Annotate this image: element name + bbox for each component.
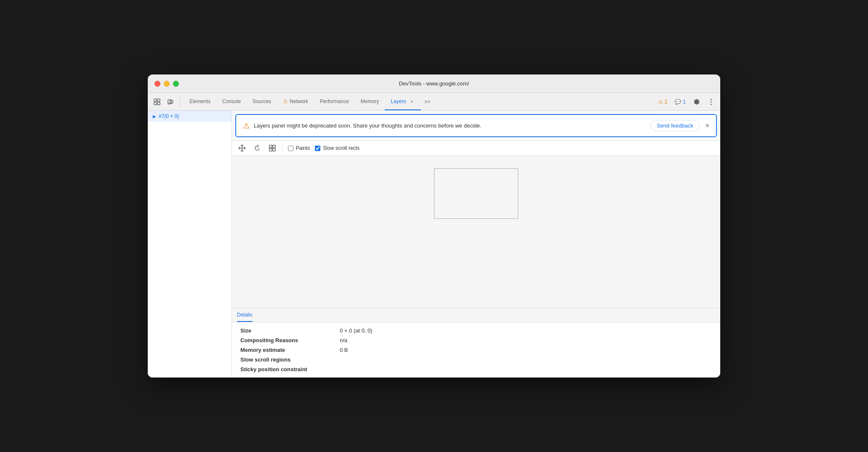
tab-performance[interactable]: Performance: [314, 93, 355, 110]
titlebar: DevTools - www.google.com/: [148, 74, 720, 93]
arrow-icon: ▶: [153, 114, 156, 119]
banner-message: Layers panel might be deprecated soon. S…: [254, 122, 646, 129]
svg-rect-13: [273, 149, 275, 151]
window-title: DevTools - www.google.com/: [399, 80, 469, 87]
size-value: 0 × 0 (at 0, 0): [340, 327, 712, 334]
tab-network[interactable]: ⚠ Network: [277, 93, 314, 110]
more-options-icon[interactable]: [705, 96, 717, 108]
controls-bar: Paints Slow scroll rects: [232, 141, 720, 156]
separator: [282, 144, 283, 152]
sticky-position-label: Sticky position constraint: [240, 366, 333, 372]
slow-scroll-label: Slow scroll rects: [323, 145, 359, 151]
compositing-label: Compositing Reasons: [240, 337, 333, 343]
svg-rect-11: [273, 145, 275, 148]
traffic-lights: [154, 81, 179, 87]
details-tabs: Details: [232, 308, 720, 322]
details-section: Details Size 0 × 0 (at 0, 0) Compositing…: [232, 308, 720, 378]
tab-console[interactable]: Console: [216, 93, 247, 110]
toolbar-right: ⚠ 2 💬 1: [656, 96, 717, 108]
body-content: ▶ #7(0 × 0) ⚠ Layers panel might be depr…: [148, 111, 720, 378]
more-tabs-button[interactable]: >>: [421, 93, 434, 110]
toolbar-icons: [151, 96, 180, 108]
maximize-button[interactable]: [173, 81, 179, 87]
toolbar: Elements Console Sources ⚠ Network Perfo…: [148, 93, 720, 111]
banner-close-icon[interactable]: ×: [706, 122, 709, 130]
settings-icon[interactable]: [691, 96, 703, 108]
size-label: Size: [240, 327, 333, 334]
svg-rect-12: [269, 149, 272, 151]
info-badge[interactable]: 💬 1: [672, 97, 688, 106]
warning-badge[interactable]: ⚠ 2: [656, 97, 670, 106]
info-count: 1: [683, 99, 686, 105]
reset-icon[interactable]: [267, 143, 277, 153]
details-tab[interactable]: Details: [237, 308, 253, 322]
memory-value: 0 B: [340, 347, 712, 353]
slow-scroll-regions-label: Slow scroll regions: [240, 356, 333, 363]
minimize-button[interactable]: [164, 81, 170, 87]
sidebar: ▶ #7(0 × 0): [148, 111, 232, 378]
main-panel: ⚠ Layers panel might be deprecated soon.…: [232, 111, 720, 378]
layer-visualization: [434, 168, 518, 219]
svg-rect-3: [157, 102, 160, 105]
warning-count: 2: [665, 99, 668, 105]
devtools-container: Elements Console Sources ⚠ Network Perfo…: [148, 93, 720, 378]
paints-label: Paints: [296, 145, 310, 151]
pan-icon[interactable]: [237, 143, 247, 153]
paints-checkbox[interactable]: [288, 146, 293, 151]
svg-point-7: [711, 98, 712, 100]
devtools-window: DevTools - www.google.com/: [148, 74, 720, 378]
info-icon: 💬: [675, 99, 681, 105]
sidebar-item-layer[interactable]: ▶ #7(0 × 0): [148, 111, 232, 122]
slow-scroll-checkbox-group[interactable]: Slow scroll rects: [315, 145, 359, 151]
slow-scroll-checkbox[interactable]: [315, 146, 320, 151]
send-feedback-button[interactable]: Send feedback: [650, 120, 700, 131]
svg-rect-2: [154, 102, 157, 105]
rotate-icon[interactable]: [252, 143, 262, 153]
close-button[interactable]: [154, 81, 160, 87]
svg-point-9: [711, 104, 712, 105]
paints-checkbox-group[interactable]: Paints: [288, 145, 310, 151]
svg-rect-1: [157, 99, 160, 101]
tab-layers-close[interactable]: ×: [408, 98, 415, 105]
canvas-area: [232, 156, 720, 308]
details-grid: Size 0 × 0 (at 0, 0) Compositing Reasons…: [232, 322, 720, 378]
banner-warning-icon: ⚠: [243, 121, 250, 130]
svg-point-8: [711, 101, 712, 102]
svg-rect-0: [154, 99, 157, 101]
tab-elements[interactable]: Elements: [184, 93, 216, 110]
compositing-value: n/a: [340, 337, 712, 343]
network-warning-icon: ⚠: [283, 98, 288, 104]
sidebar-item-label: #7(0 × 0): [159, 113, 179, 119]
sticky-position-value: [340, 366, 712, 372]
inspect-icon[interactable]: [151, 96, 163, 108]
tab-memory[interactable]: Memory: [355, 93, 385, 110]
slow-scroll-regions-value: [340, 356, 712, 363]
device-toolbar-icon[interactable]: [165, 96, 176, 108]
deprecation-banner: ⚠ Layers panel might be deprecated soon.…: [235, 114, 717, 137]
warning-icon: ⚠: [658, 99, 663, 105]
tabs: Elements Console Sources ⚠ Network Perfo…: [184, 93, 656, 110]
svg-rect-10: [269, 145, 272, 148]
tab-sources[interactable]: Sources: [247, 93, 277, 110]
tab-layers[interactable]: Layers ×: [385, 93, 421, 110]
memory-label: Memory estimate: [240, 347, 333, 353]
